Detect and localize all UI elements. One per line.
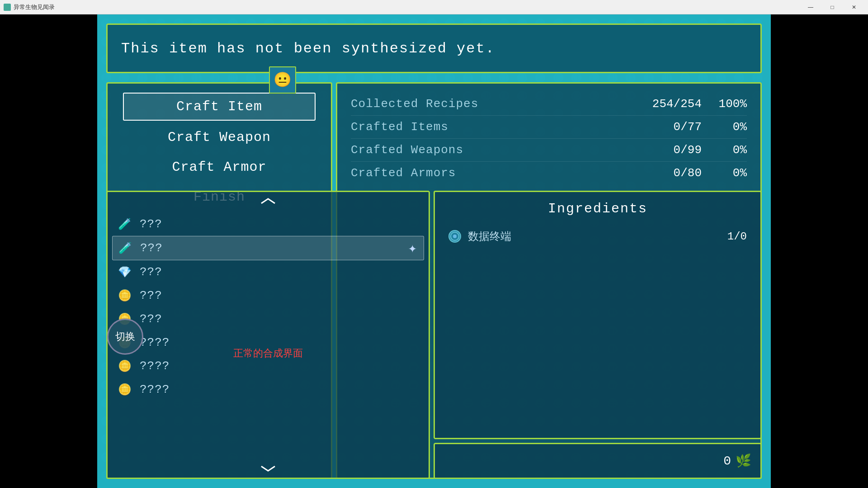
stats-label-armors: Crafted Armors — [351, 166, 629, 180]
message-text: This item has not been synthesized yet. — [121, 40, 495, 57]
message-box: This item has not been synthesized yet. — [106, 23, 762, 73]
maximize-button[interactable]: □ — [822, 0, 843, 14]
titlebar: 异常生物见闻录 — □ ✕ — [0, 0, 868, 14]
ingredients-title: Ingredients — [448, 201, 747, 216]
stats-row-weapons: Crafted Weapons 0/99 0% — [351, 139, 747, 162]
ingredient-icon — [448, 230, 461, 243]
minimize-button[interactable]: — — [800, 0, 821, 14]
stats-label-items: Crafted Items — [351, 120, 629, 134]
ingredient-name: 数据终端 — [468, 229, 721, 244]
item-name: ??? — [140, 265, 162, 279]
switch-button[interactable]: 切换 — [107, 319, 143, 355]
stats-count-armors: 0/80 — [629, 166, 702, 180]
character-icon: 😐 — [269, 66, 296, 94]
list-item[interactable]: 🧪 ??? — [112, 212, 424, 236]
item-icon: 🧪 — [117, 216, 133, 232]
menu-craft-item[interactable]: Craft Item — [123, 93, 316, 121]
gold-amount: 0 — [723, 454, 731, 468]
close-button[interactable]: ✕ — [844, 0, 864, 14]
right-panel: Ingredients 数据终端 1/0 0 🌿 — [434, 191, 762, 479]
item-list-panel: 🧪 ??? 🧪 ??? ✦ 💎 ??? 🪙 ??? — [106, 191, 430, 479]
list-item[interactable]: 🪙 ??? — [112, 307, 424, 331]
item-name: ??? — [140, 217, 162, 231]
stats-pct-weapons: 0% — [711, 143, 747, 157]
gold-icon: 🌿 — [736, 453, 751, 469]
item-name: ??? — [140, 241, 163, 255]
ingredient-count: 1/0 — [727, 230, 747, 243]
stats-pct-armors: 0% — [711, 166, 747, 180]
bottom-area: 🧪 ??? 🧪 ??? ✦ 💎 ??? 🪙 ??? — [106, 191, 762, 479]
item-name: ??? — [140, 289, 162, 302]
note-text: 正常的合成界面 — [233, 347, 303, 360]
list-item[interactable]: 🪙 ???? — [112, 378, 424, 401]
item-icon: 🪙 — [117, 358, 133, 374]
stats-row-armors: Crafted Armors 0/80 0% — [351, 162, 747, 184]
scroll-down-button[interactable] — [108, 460, 429, 478]
stats-count-weapons: 0/99 — [629, 143, 702, 157]
item-list: 🧪 ??? 🧪 ??? ✦ 💎 ??? 🪙 ??? — [108, 210, 429, 460]
switch-button-label: 切换 — [115, 330, 135, 343]
window-controls: — □ ✕ — [800, 0, 864, 14]
scroll-up-button[interactable] — [108, 192, 429, 210]
menu-craft-armor[interactable]: Craft Armor — [123, 154, 316, 180]
stats-count-recipes: 254/254 — [629, 97, 702, 111]
item-icon: 🪙 — [117, 381, 133, 398]
list-item[interactable]: 💎 ??? — [112, 260, 424, 284]
app-title: 异常生物见闻录 — [14, 3, 800, 11]
stats-pct-recipes: 100% — [711, 97, 747, 111]
stats-label-recipes: Collected Recipes — [351, 97, 629, 111]
list-item[interactable]: 🧪 ??? ✦ — [112, 236, 424, 260]
item-name: ???? — [140, 336, 170, 349]
stats-count-items: 0/77 — [629, 120, 702, 134]
stats-label-weapons: Crafted Weapons — [351, 143, 629, 157]
menu-craft-weapon[interactable]: Craft Weapon — [123, 124, 316, 150]
ingredient-row: 数据终端 1/0 — [448, 225, 747, 247]
stats-row-recipes: Collected Recipes 254/254 100% — [351, 93, 747, 116]
list-item[interactable]: 🪙 ??? — [112, 284, 424, 307]
item-icon: 🧪 — [117, 240, 133, 256]
stats-pct-items: 0% — [711, 120, 747, 134]
svg-point-1 — [453, 235, 457, 238]
gold-panel: 0 🌿 — [434, 443, 762, 479]
item-name: ??? — [140, 312, 162, 326]
stats-row-items: Crafted Items 0/77 0% — [351, 116, 747, 139]
item-name: ???? — [140, 383, 170, 396]
app-icon — [4, 4, 11, 11]
item-icon: 💎 — [117, 264, 133, 280]
cursor-star-icon: ✦ — [408, 239, 417, 257]
item-icon: 🪙 — [117, 287, 133, 304]
item-name: ???? — [140, 359, 170, 373]
ingredients-panel: Ingredients 数据终端 1/0 — [434, 191, 762, 439]
game-window: This item has not been synthesized yet. … — [97, 14, 771, 488]
